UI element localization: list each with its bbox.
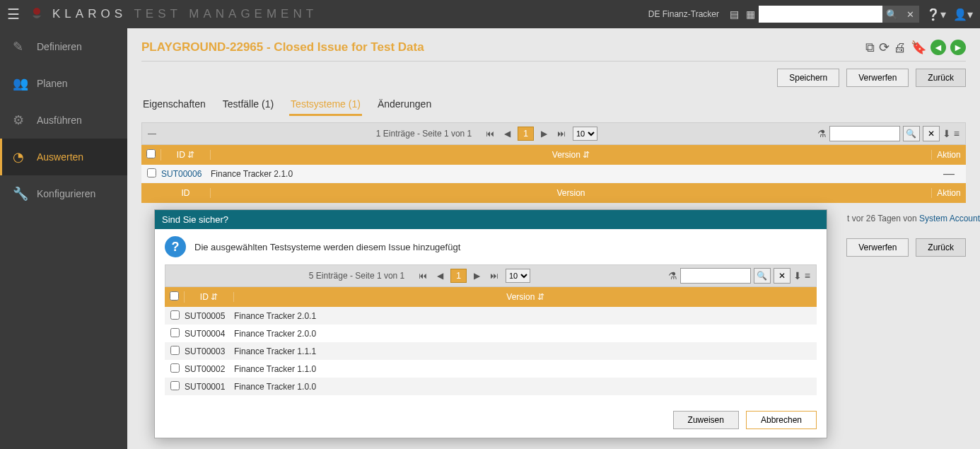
next-nav-button[interactable]: ►	[950, 40, 966, 55]
dlg-page-prev-icon[interactable]: ◀	[434, 271, 446, 281]
dlg-row-id: SUT00003	[185, 346, 234, 356]
table-search-button[interactable]: 🔍	[903, 126, 920, 141]
hamburger-icon[interactable]: ☰	[7, 6, 20, 23]
menu-icon[interactable]: ≡	[954, 128, 959, 139]
question-icon: ?	[165, 236, 186, 257]
dlg-row-version: Finance Tracker 1.0.0	[234, 382, 817, 392]
discard-button[interactable]: Verwerfen	[846, 69, 909, 87]
dlg-th-id[interactable]: ID ⇵	[185, 292, 234, 302]
page-last-icon[interactable]: ⏭	[554, 129, 568, 139]
project-name: DE Finanz-Tracker	[648, 9, 719, 19]
dlg-row-id: SUT00004	[185, 329, 234, 339]
print-icon[interactable]: 🖨	[894, 40, 906, 55]
dlg-search-button[interactable]: 🔍	[754, 268, 771, 284]
page-size-select[interactable]: 10	[573, 127, 597, 141]
dialog-message: Die ausgewählten Testsysteme werden dies…	[194, 242, 460, 252]
project-list-icon[interactable]: ▤	[730, 8, 739, 20]
page-prev-icon[interactable]: ◀	[501, 129, 513, 139]
refresh-icon[interactable]: ⟳	[879, 40, 889, 55]
gear-icon: ⚙	[13, 112, 28, 128]
dlg-page-next-icon[interactable]: ▶	[471, 271, 483, 281]
th-aktion: Aktion	[932, 150, 966, 160]
help-icon[interactable]: ❔▾	[926, 8, 946, 21]
dlg-menu-icon[interactable]: ≡	[805, 270, 810, 281]
tab-testfaelle[interactable]: Testfälle (1)	[221, 94, 275, 116]
tf-id: ID	[161, 188, 211, 198]
discard-button-2[interactable]: Verwerfen	[846, 238, 909, 257]
tabs: Eigenschaften Testfälle (1) Testsysteme …	[141, 94, 966, 117]
dialog-table-toolbar: 5 Einträge - Seite 1 von 1 ⏮ ◀ 1 ▶ ⏭ 10 …	[165, 264, 817, 287]
assign-button[interactable]: Zuweisen	[673, 411, 739, 429]
dialog-table-row: SUT00001 Finance Tracker 1.0.0	[165, 378, 817, 395]
table-clear-button[interactable]: ✕	[923, 126, 940, 141]
dialog-table-header: ID ⇵ Version ⇵	[165, 287, 817, 307]
dlg-row-checkbox[interactable]	[170, 363, 180, 373]
dlg-page-first-icon[interactable]: ⏮	[416, 271, 430, 281]
back-button[interactable]: Zurück	[916, 69, 966, 87]
external-link-icon[interactable]: ⧉	[865, 40, 875, 55]
dlg-page-last-icon[interactable]: ⏭	[487, 271, 501, 281]
search-input[interactable]	[759, 6, 882, 23]
app-name: KLAROS TEST MANAGEMENT	[52, 7, 317, 21]
row-id-link[interactable]: SUT00006	[161, 169, 211, 179]
dlg-row-checkbox[interactable]	[170, 328, 180, 337]
chart-icon: ◔	[13, 149, 28, 165]
dlg-export-icon[interactable]: ⬇	[793, 270, 802, 281]
table-toolbar: — 1 Einträge - Seite 1 von 1 ⏮ ◀ 1 ▶ ⏭ 1…	[141, 122, 966, 145]
save-button[interactable]: Speichern	[777, 69, 839, 87]
tab-testsysteme[interactable]: Testsysteme (1)	[289, 94, 362, 116]
dialog-footer: Zuweisen Abbrechen	[155, 402, 827, 438]
dlg-th-version[interactable]: Version ⇵	[234, 292, 817, 302]
dlg-row-id: SUT00002	[185, 364, 234, 374]
dlg-row-id: SUT00001	[185, 382, 234, 392]
th-id[interactable]: ID ⇵	[161, 150, 211, 160]
sidebar-item-konfigurieren[interactable]: 🔧Konfigurieren	[0, 175, 127, 212]
dialog-table-row: SUT00005 Finance Tracker 2.0.1	[165, 307, 817, 325]
tab-eigenschaften[interactable]: Eigenschaften	[141, 94, 207, 116]
dialog-table-row: SUT00003 Finance Tracker 1.1.1	[165, 342, 817, 360]
edit-icon: ✎	[13, 39, 28, 54]
cancel-button[interactable]: Abbrechen	[746, 411, 817, 429]
row-remove-icon[interactable]: —	[932, 168, 966, 180]
meta-info: t vor 26 Tagen von System Account	[847, 214, 980, 223]
select-all-checkbox[interactable]	[146, 149, 156, 158]
back-button-2[interactable]: Zurück	[916, 238, 966, 257]
dlg-row-checkbox[interactable]	[170, 346, 180, 355]
dlg-pagination-info: 5 Einträge - Seite 1 von 1	[309, 271, 404, 281]
page-first-icon[interactable]: ⏮	[483, 129, 497, 139]
search-button[interactable]: 🔍	[882, 6, 901, 23]
dlg-row-version: Finance Tracker 1.1.0	[234, 364, 817, 374]
dlg-row-checkbox[interactable]	[170, 381, 180, 390]
page-next-icon[interactable]: ▶	[538, 129, 550, 139]
dlg-filter-icon[interactable]: ⚗	[668, 270, 677, 281]
table-footer: ID Version Aktion	[141, 183, 966, 203]
dlg-row-version: Finance Tracker 1.1.1	[234, 346, 817, 356]
prev-nav-button[interactable]: ◄	[931, 40, 946, 55]
export-icon[interactable]: ⬇	[943, 128, 951, 139]
bookmark-icon[interactable]: 🔖	[911, 40, 926, 55]
app-logo-icon	[28, 6, 45, 23]
search-clear-button[interactable]: ✕	[901, 6, 919, 23]
dlg-clear-button[interactable]: ✕	[774, 268, 791, 284]
meta-user-link[interactable]: System Account	[919, 214, 980, 223]
th-version[interactable]: Version ⇵	[211, 150, 932, 160]
table-filter-input[interactable]	[829, 126, 900, 141]
table-row: SUT00006 Finance Tracker 2.1.0 —	[141, 165, 966, 183]
dlg-row-checkbox[interactable]	[170, 310, 180, 320]
project-switch-icon[interactable]: ▦	[746, 8, 755, 20]
filter-icon[interactable]: ⚗	[817, 128, 827, 139]
dlg-select-all-checkbox[interactable]	[170, 291, 179, 301]
dlg-filter-input[interactable]	[680, 268, 751, 284]
sidebar-item-ausfuehren[interactable]: ⚙Ausführen	[0, 102, 127, 139]
dlg-page-size-select[interactable]: 10	[506, 269, 530, 283]
users-icon: 👥	[13, 76, 28, 91]
sidebar-item-planen[interactable]: 👥Planen	[0, 65, 127, 102]
tab-aenderungen[interactable]: Änderungen	[376, 94, 433, 116]
user-menu-icon[interactable]: 👤▾	[953, 8, 973, 21]
page-title: PLAYGROUND-22965 - Closed Issue for Test…	[141, 40, 424, 54]
row-checkbox[interactable]	[147, 168, 156, 177]
collapse-icon[interactable]: —	[148, 129, 156, 139]
sidebar-item-definieren[interactable]: ✎Definieren	[0, 28, 127, 65]
dlg-row-id: SUT00005	[185, 311, 234, 321]
sidebar-item-auswerten[interactable]: ◔Auswerten	[0, 139, 127, 175]
